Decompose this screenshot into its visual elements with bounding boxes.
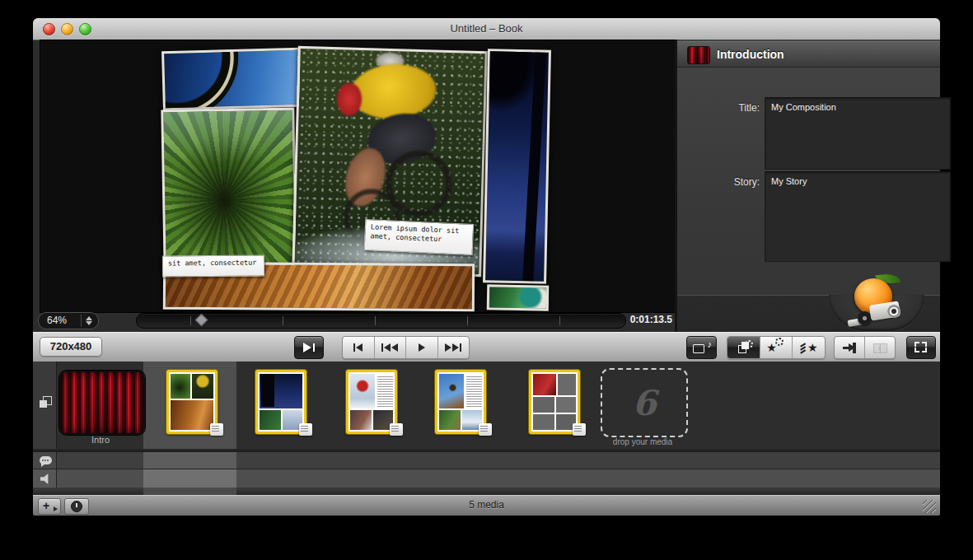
bar-shape: [353, 343, 355, 352]
time-display: 0:01:13.5: [527, 314, 672, 325]
comment-bubble-icon[interactable]: [40, 456, 52, 464]
thumb-photo-palm: [261, 374, 274, 407]
preview-play-button[interactable]: [294, 336, 324, 359]
slides-track-header: [33, 362, 57, 449]
logo-projector-lens: [887, 305, 900, 318]
speaker-icon[interactable]: [40, 474, 51, 484]
selected-bottom-strip: [143, 488, 236, 495]
rewind-button[interactable]: [375, 337, 407, 358]
stepper-down-icon[interactable]: [86, 321, 92, 325]
slide-thumbnail-3[interactable]: [255, 370, 306, 434]
copy-pages-icon: [873, 343, 887, 353]
timeline-area: Intro: [33, 362, 940, 495]
effect-options-button[interactable]: ★: [760, 337, 793, 358]
collage-photo-biker: Lorem ipsum dolor sit amet, consectetur: [292, 46, 488, 277]
play-bar-icon: [313, 343, 315, 352]
thumb-text-column: [377, 375, 393, 408]
slide-pages-badge-icon[interactable]: [390, 423, 403, 436]
selected-comment-cell: [143, 452, 236, 469]
stepper-divider: [81, 315, 82, 327]
slide-options-button[interactable]: [727, 337, 760, 358]
triangle-right-shape: [419, 343, 425, 352]
collage-photo-kid: [487, 284, 550, 310]
triangle-right-shape: [452, 343, 459, 352]
slide-thumbnail-6[interactable]: [529, 370, 580, 434]
slides-track-icon[interactable]: [40, 396, 52, 408]
options-segmented-control: ★ ★: [727, 336, 826, 359]
stage-size-button[interactable]: 720x480: [40, 337, 102, 357]
skip-to-end-button[interactable]: [438, 337, 470, 358]
screen-icon: [693, 344, 704, 353]
inspector-header-title: Introduction: [717, 48, 784, 61]
slide-options-icon: [737, 342, 750, 353]
thumb-placeholder: [558, 374, 576, 395]
thumb-photo: [171, 400, 213, 430]
collage-photo-night-palm: [483, 49, 551, 284]
collage-photo-bike-wheel: [161, 48, 302, 111]
thumb-photo: [350, 410, 372, 430]
caption-box-biker[interactable]: Lorem ipsum dolor sit amet, consectetur: [364, 219, 475, 255]
slide-pages-badge-icon[interactable]: [299, 423, 312, 436]
slide-thumbnail-2[interactable]: [166, 370, 218, 434]
title-field-label: Title:: [710, 102, 760, 114]
biker-jersey-shape: [349, 61, 438, 122]
scrubber-tick: [283, 316, 283, 325]
thumb-photo: [260, 410, 281, 430]
main-toolbar: 720x480 ♪: [33, 332, 940, 362]
music-note-icon: ♪: [708, 339, 713, 349]
title-field[interactable]: My Composition: [765, 97, 951, 170]
thumb-photo: [439, 410, 461, 430]
motion-lines-icon: [800, 343, 807, 352]
motion-star-icon: ★: [807, 342, 818, 353]
thumb-placeholder: [556, 397, 576, 413]
app-window: Untitled – Book Lorem ipsum dolor sit am…: [33, 18, 940, 515]
share-segmented-control: [834, 336, 896, 359]
comment-track-header: [33, 452, 57, 469]
story-field[interactable]: My Story: [765, 171, 951, 262]
status-bar: + 5 media: [33, 495, 940, 516]
slide-thumbnail-5[interactable]: [435, 370, 486, 434]
inspector-panel: Introduction Title: My Composition Story…: [677, 40, 940, 332]
triangle-left-shape: [391, 343, 398, 352]
fullscreen-button[interactable]: [906, 336, 936, 359]
import-icon: [843, 343, 856, 353]
audio-track-header: [33, 469, 57, 488]
intro-slide-label: Intro: [59, 435, 142, 445]
import-button[interactable]: [835, 337, 865, 358]
skip-to-start-button[interactable]: [343, 337, 375, 358]
slide-pages-badge-icon[interactable]: [573, 423, 586, 436]
slide-pages-badge-icon[interactable]: [210, 423, 223, 436]
thumb-photo: [350, 374, 375, 408]
slide-pages-badge-icon[interactable]: [479, 423, 492, 436]
slide-thumbnail-4[interactable]: [346, 370, 397, 434]
stepper-up-icon[interactable]: [86, 316, 92, 320]
play-button[interactable]: [406, 337, 438, 358]
animation-options-button[interactable]: ★: [793, 337, 825, 358]
triangle-right-shape: [445, 343, 451, 352]
intro-slide-icon: [687, 46, 710, 64]
media-count-status: 5 media: [33, 499, 940, 511]
thumb-placeholder: [533, 397, 554, 413]
gear-icon: [775, 338, 784, 346]
selected-audio-cell: [143, 469, 236, 488]
triangle-left-shape: [384, 343, 391, 352]
preview-stage[interactable]: Lorem ipsum dolor sit amet, consectetur …: [40, 40, 676, 313]
drop-media-zone[interactable]: 6: [601, 368, 688, 437]
thumb-photo: [171, 374, 190, 399]
fullscreen-icon: [915, 342, 927, 352]
slide-thumbnail-intro[interactable]: [59, 371, 145, 435]
gear-icon: [745, 340, 753, 348]
transport-controls: [342, 336, 470, 359]
zoom-level-select[interactable]: 64%: [38, 312, 99, 329]
copy-slide-button[interactable]: [865, 337, 895, 358]
triangle-left-shape: [356, 343, 363, 352]
drop-zone-number: 6: [602, 370, 686, 436]
window-title: Untitled – Book: [33, 18, 940, 40]
window-resize-grip[interactable]: [923, 500, 936, 513]
thumb-text-column: [466, 375, 482, 408]
story-field-label: Story:: [710, 176, 760, 188]
caption-box-canyon[interactable]: sit amet, consectetur: [162, 254, 264, 277]
media-browser-button[interactable]: ♪: [686, 336, 717, 359]
thumb-photo: [533, 374, 556, 395]
scrubber-tick: [190, 316, 191, 325]
